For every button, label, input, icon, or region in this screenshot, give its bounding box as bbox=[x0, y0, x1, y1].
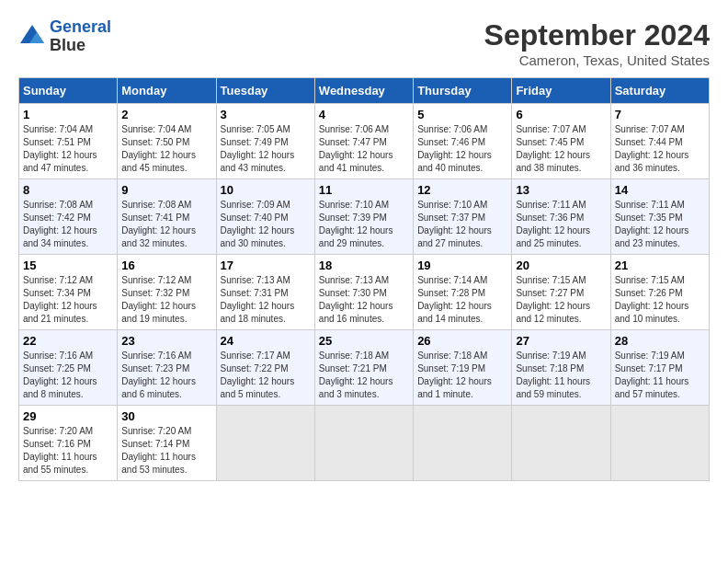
day-info: Sunrise: 7:19 AMSunset: 7:17 PMDaylight:… bbox=[615, 350, 705, 401]
calendar-cell: 20Sunrise: 7:15 AMSunset: 7:27 PMDayligh… bbox=[512, 255, 610, 330]
day-info: Sunrise: 7:12 AMSunset: 7:32 PMDaylight:… bbox=[121, 274, 211, 326]
calendar-cell: 2Sunrise: 7:04 AMSunset: 7:50 PMDaylight… bbox=[118, 104, 216, 179]
day-info: Sunrise: 7:16 AMSunset: 7:25 PMDaylight:… bbox=[23, 350, 113, 401]
day-number: 4 bbox=[319, 108, 409, 121]
day-number: 1 bbox=[23, 108, 113, 121]
day-info: Sunrise: 7:15 AMSunset: 7:26 PMDaylight:… bbox=[615, 274, 705, 326]
day-number: 27 bbox=[516, 334, 606, 348]
day-info: Sunrise: 7:11 AMSunset: 7:35 PMDaylight:… bbox=[615, 199, 705, 250]
calendar-week-5: 29Sunrise: 7:20 AMSunset: 7:16 PMDayligh… bbox=[19, 406, 710, 481]
day-info: Sunrise: 7:20 AMSunset: 7:16 PMDaylight:… bbox=[23, 425, 113, 477]
logo: General Blue bbox=[18, 18, 111, 55]
calendar-cell: 30Sunrise: 7:20 AMSunset: 7:14 PMDayligh… bbox=[118, 406, 216, 481]
column-header-friday: Friday bbox=[512, 78, 610, 104]
day-number: 17 bbox=[221, 259, 311, 272]
day-number: 13 bbox=[516, 183, 606, 197]
calendar-cell: 26Sunrise: 7:18 AMSunset: 7:19 PMDayligh… bbox=[414, 330, 512, 406]
day-info: Sunrise: 7:07 AMSunset: 7:45 PMDaylight:… bbox=[516, 123, 606, 175]
day-info: Sunrise: 7:16 AMSunset: 7:23 PMDaylight:… bbox=[121, 350, 211, 401]
calendar-cell: 10Sunrise: 7:09 AMSunset: 7:40 PMDayligh… bbox=[216, 179, 314, 255]
calendar-week-3: 15Sunrise: 7:12 AMSunset: 7:34 PMDayligh… bbox=[19, 255, 710, 330]
calendar-cell: 11Sunrise: 7:10 AMSunset: 7:39 PMDayligh… bbox=[314, 179, 413, 255]
day-info: Sunrise: 7:04 AMSunset: 7:50 PMDaylight:… bbox=[121, 123, 211, 175]
day-number: 9 bbox=[121, 183, 211, 197]
calendar-cell: 4Sunrise: 7:06 AMSunset: 7:47 PMDaylight… bbox=[314, 104, 413, 179]
calendar-cell: 12Sunrise: 7:10 AMSunset: 7:37 PMDayligh… bbox=[414, 179, 512, 255]
calendar-cell bbox=[414, 406, 512, 481]
day-number: 18 bbox=[319, 259, 409, 272]
day-number: 5 bbox=[417, 108, 507, 121]
calendar-cell: 16Sunrise: 7:12 AMSunset: 7:32 PMDayligh… bbox=[118, 255, 216, 330]
day-info: Sunrise: 7:10 AMSunset: 7:39 PMDaylight:… bbox=[319, 199, 409, 250]
day-info: Sunrise: 7:10 AMSunset: 7:37 PMDaylight:… bbox=[417, 199, 507, 250]
calendar-cell: 9Sunrise: 7:08 AMSunset: 7:41 PMDaylight… bbox=[118, 179, 216, 255]
day-number: 11 bbox=[319, 183, 409, 197]
calendar-cell: 27Sunrise: 7:19 AMSunset: 7:18 PMDayligh… bbox=[512, 330, 610, 406]
calendar-cell: 6Sunrise: 7:07 AMSunset: 7:45 PMDaylight… bbox=[512, 104, 610, 179]
calendar-cell: 13Sunrise: 7:11 AMSunset: 7:36 PMDayligh… bbox=[512, 179, 610, 255]
day-info: Sunrise: 7:17 AMSunset: 7:22 PMDaylight:… bbox=[221, 350, 311, 401]
calendar-cell: 24Sunrise: 7:17 AMSunset: 7:22 PMDayligh… bbox=[216, 330, 314, 406]
calendar-week-2: 8Sunrise: 7:08 AMSunset: 7:42 PMDaylight… bbox=[19, 179, 710, 255]
day-info: Sunrise: 7:15 AMSunset: 7:27 PMDaylight:… bbox=[516, 274, 606, 326]
day-info: Sunrise: 7:13 AMSunset: 7:31 PMDaylight:… bbox=[221, 274, 311, 326]
day-number: 10 bbox=[221, 183, 311, 197]
day-number: 21 bbox=[615, 259, 705, 272]
calendar-cell: 15Sunrise: 7:12 AMSunset: 7:34 PMDayligh… bbox=[19, 255, 118, 330]
day-number: 30 bbox=[121, 409, 211, 423]
calendar-cell: 18Sunrise: 7:13 AMSunset: 7:30 PMDayligh… bbox=[314, 255, 413, 330]
calendar-cell: 8Sunrise: 7:08 AMSunset: 7:42 PMDaylight… bbox=[19, 179, 118, 255]
day-info: Sunrise: 7:04 AMSunset: 7:51 PMDaylight:… bbox=[23, 123, 113, 175]
day-info: Sunrise: 7:19 AMSunset: 7:18 PMDaylight:… bbox=[516, 350, 606, 401]
day-info: Sunrise: 7:14 AMSunset: 7:28 PMDaylight:… bbox=[417, 274, 507, 326]
page-subtitle: Cameron, Texas, United States bbox=[484, 52, 710, 68]
calendar-week-4: 22Sunrise: 7:16 AMSunset: 7:25 PMDayligh… bbox=[19, 330, 710, 406]
day-number: 20 bbox=[516, 259, 606, 272]
day-number: 22 bbox=[23, 334, 113, 348]
day-number: 6 bbox=[516, 108, 606, 121]
column-header-monday: Monday bbox=[118, 78, 216, 104]
day-info: Sunrise: 7:12 AMSunset: 7:34 PMDaylight:… bbox=[23, 274, 113, 326]
calendar-cell: 7Sunrise: 7:07 AMSunset: 7:44 PMDaylight… bbox=[610, 104, 709, 179]
column-header-saturday: Saturday bbox=[610, 78, 709, 104]
day-number: 12 bbox=[417, 183, 507, 197]
calendar-cell: 1Sunrise: 7:04 AMSunset: 7:51 PMDaylight… bbox=[19, 104, 118, 179]
calendar-table: SundayMondayTuesdayWednesdayThursdayFrid… bbox=[18, 77, 710, 481]
calendar-cell: 23Sunrise: 7:16 AMSunset: 7:23 PMDayligh… bbox=[118, 330, 216, 406]
day-info: Sunrise: 7:08 AMSunset: 7:42 PMDaylight:… bbox=[23, 199, 113, 250]
calendar-cell: 29Sunrise: 7:20 AMSunset: 7:16 PMDayligh… bbox=[19, 406, 118, 481]
day-number: 26 bbox=[417, 334, 507, 348]
day-number: 3 bbox=[221, 108, 311, 121]
calendar-week-1: 1Sunrise: 7:04 AMSunset: 7:51 PMDaylight… bbox=[19, 104, 710, 179]
calendar-cell: 17Sunrise: 7:13 AMSunset: 7:31 PMDayligh… bbox=[216, 255, 314, 330]
day-number: 14 bbox=[615, 183, 705, 197]
calendar-cell: 14Sunrise: 7:11 AMSunset: 7:35 PMDayligh… bbox=[610, 179, 709, 255]
calendar-header: SundayMondayTuesdayWednesdayThursdayFrid… bbox=[19, 78, 710, 104]
logo-icon bbox=[18, 23, 46, 51]
day-number: 2 bbox=[121, 108, 211, 121]
day-number: 29 bbox=[23, 409, 113, 423]
day-number: 28 bbox=[615, 334, 705, 348]
column-header-thursday: Thursday bbox=[414, 78, 512, 104]
calendar-cell: 21Sunrise: 7:15 AMSunset: 7:26 PMDayligh… bbox=[610, 255, 709, 330]
day-info: Sunrise: 7:18 AMSunset: 7:19 PMDaylight:… bbox=[417, 350, 507, 401]
day-number: 23 bbox=[121, 334, 211, 348]
column-header-wednesday: Wednesday bbox=[314, 78, 413, 104]
day-number: 16 bbox=[121, 259, 211, 272]
calendar-cell bbox=[314, 406, 413, 481]
page-header: General Blue September 2024 Cameron, Tex… bbox=[18, 18, 710, 68]
day-info: Sunrise: 7:09 AMSunset: 7:40 PMDaylight:… bbox=[221, 199, 311, 250]
day-info: Sunrise: 7:11 AMSunset: 7:36 PMDaylight:… bbox=[516, 199, 606, 250]
day-info: Sunrise: 7:18 AMSunset: 7:21 PMDaylight:… bbox=[319, 350, 409, 401]
day-info: Sunrise: 7:20 AMSunset: 7:14 PMDaylight:… bbox=[121, 425, 211, 477]
calendar-cell: 28Sunrise: 7:19 AMSunset: 7:17 PMDayligh… bbox=[610, 330, 709, 406]
calendar-cell bbox=[512, 406, 610, 481]
day-number: 8 bbox=[23, 183, 113, 197]
day-info: Sunrise: 7:07 AMSunset: 7:44 PMDaylight:… bbox=[615, 123, 705, 175]
calendar-cell bbox=[610, 406, 709, 481]
day-info: Sunrise: 7:06 AMSunset: 7:46 PMDaylight:… bbox=[417, 123, 507, 175]
day-info: Sunrise: 7:08 AMSunset: 7:41 PMDaylight:… bbox=[121, 199, 211, 250]
calendar-cell bbox=[216, 406, 314, 481]
column-header-tuesday: Tuesday bbox=[216, 78, 314, 104]
page-title: September 2024 bbox=[484, 18, 710, 52]
